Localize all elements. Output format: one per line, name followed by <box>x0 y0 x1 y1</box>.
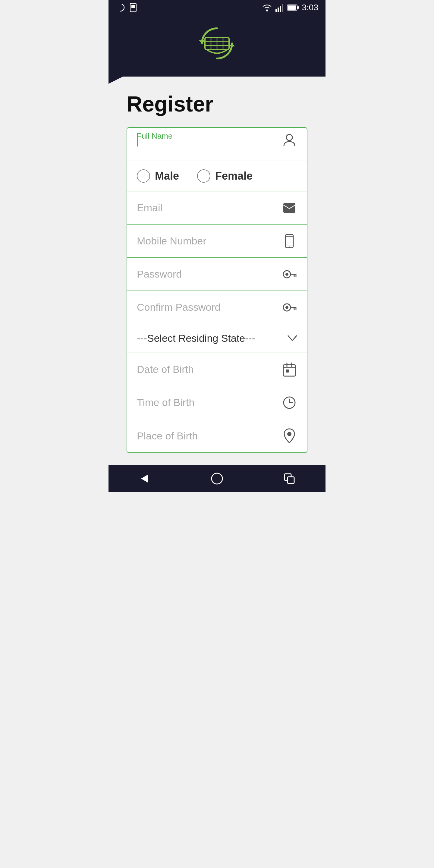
system-icon <box>116 3 125 12</box>
time-display: 3:03 <box>302 3 318 12</box>
calendar-icon <box>281 362 297 377</box>
svg-marker-44 <box>141 474 148 483</box>
state-select[interactable]: ---Select Residing State--- <box>127 324 307 353</box>
signal-icon <box>276 3 284 12</box>
sim-icon <box>129 3 137 12</box>
bottom-navigation <box>108 465 326 492</box>
email-field <box>127 191 307 224</box>
recent-apps-button[interactable] <box>280 470 299 488</box>
svg-rect-20 <box>283 203 296 213</box>
svg-rect-35 <box>283 365 296 376</box>
full-name-label: Full Name <box>137 131 173 141</box>
back-button[interactable] <box>135 470 154 488</box>
register-form: Full Name Male Female <box>127 127 307 453</box>
confirm-password-key-icon <box>281 300 297 315</box>
svg-rect-9 <box>298 6 299 9</box>
svg-rect-5 <box>278 7 279 12</box>
svg-rect-4 <box>276 9 277 12</box>
svg-point-31 <box>285 306 288 309</box>
svg-rect-10 <box>288 5 296 10</box>
male-label: Male <box>155 170 179 182</box>
password-key-icon <box>281 267 297 282</box>
male-option[interactable]: Male <box>137 169 179 183</box>
clock-icon <box>281 395 297 410</box>
female-radio[interactable] <box>197 169 210 183</box>
svg-marker-11 <box>199 40 205 43</box>
female-option[interactable]: Female <box>197 169 253 183</box>
confirm-password-input[interactable] <box>137 301 281 313</box>
password-input[interactable] <box>137 268 281 280</box>
svg-rect-47 <box>287 477 294 484</box>
svg-rect-6 <box>280 6 281 12</box>
status-bar: 3:03 <box>108 0 326 15</box>
dob-field <box>127 353 307 386</box>
phone-icon <box>281 233 297 249</box>
svg-point-3 <box>266 10 268 11</box>
page-title: Register <box>127 92 307 116</box>
male-radio[interactable] <box>137 169 150 183</box>
chevron-down-icon <box>287 335 297 342</box>
svg-marker-12 <box>229 43 235 46</box>
app-logo <box>196 22 238 64</box>
tob-input[interactable] <box>137 397 281 408</box>
wifi-icon <box>261 3 273 12</box>
svg-rect-7 <box>282 4 283 12</box>
tob-field <box>127 386 307 419</box>
status-left-icons <box>116 3 137 12</box>
svg-point-43 <box>287 432 291 436</box>
svg-point-24 <box>289 247 290 248</box>
svg-point-0 <box>117 4 124 11</box>
mobile-field <box>127 224 307 258</box>
dob-input[interactable] <box>137 364 281 375</box>
password-field <box>127 258 307 291</box>
svg-rect-39 <box>286 370 289 373</box>
confirm-password-field <box>127 291 307 324</box>
svg-point-26 <box>285 273 288 276</box>
home-button[interactable] <box>208 470 226 488</box>
email-input[interactable] <box>137 202 281 214</box>
full-name-field: Full Name <box>127 128 307 161</box>
status-right-icons: 3:03 <box>261 3 318 12</box>
location-pin-icon <box>281 428 297 444</box>
email-icon <box>281 200 297 216</box>
state-select-text: ---Select Residing State--- <box>137 333 287 344</box>
svg-point-45 <box>212 473 222 484</box>
mobile-input[interactable] <box>137 235 281 247</box>
app-header <box>108 15 326 76</box>
svg-rect-2 <box>131 5 135 8</box>
main-content: Register Full Name Male <box>108 76 326 465</box>
person-icon <box>281 132 297 148</box>
logo-svg <box>196 22 238 64</box>
battery-icon <box>287 4 299 11</box>
female-label: Female <box>215 170 253 182</box>
svg-point-19 <box>286 134 292 141</box>
pob-field <box>127 419 307 453</box>
gender-field: Male Female <box>127 161 307 191</box>
pob-input[interactable] <box>137 430 281 442</box>
